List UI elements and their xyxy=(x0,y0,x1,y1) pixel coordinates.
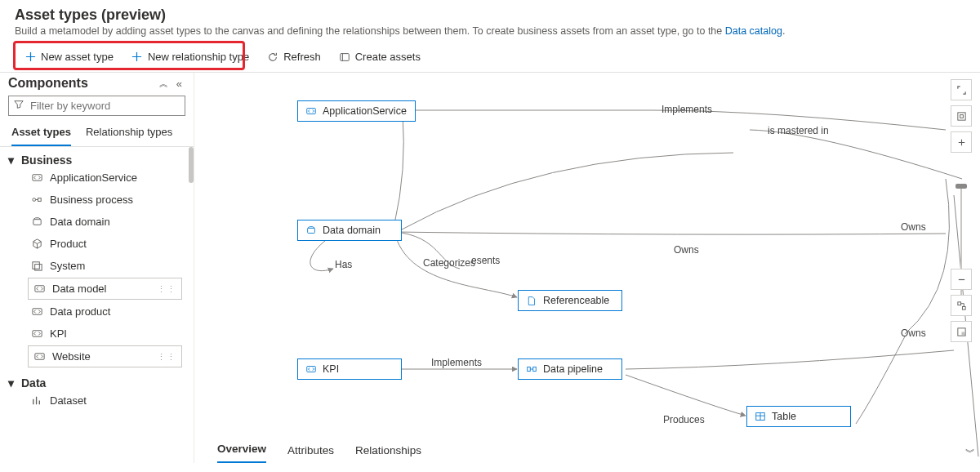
svg-rect-19 xyxy=(957,301,960,305)
sidebar-item-dataset[interactable]: Dataset xyxy=(8,390,194,412)
filter-input[interactable] xyxy=(29,99,180,113)
sidebar-item-website[interactable]: Website ⋮⋮ xyxy=(28,345,182,367)
svg-rect-4 xyxy=(33,220,41,225)
subtitle-tail: . xyxy=(782,25,785,37)
svg-rect-15 xyxy=(532,367,536,371)
zoom-slider-thumb[interactable] xyxy=(956,184,967,189)
refresh-button[interactable]: Refresh xyxy=(259,47,329,67)
domain-icon xyxy=(31,216,43,228)
node-referenceable[interactable]: Referenceable xyxy=(518,290,622,311)
cube-brackets-icon xyxy=(33,283,46,295)
sidebar-item-product[interactable]: Product xyxy=(8,233,194,255)
side-tabs: Asset types Relationship types xyxy=(0,121,194,147)
node-data-pipeline[interactable]: Data pipeline xyxy=(518,358,622,380)
edge-label-categorizes: Categorizes xyxy=(421,257,477,269)
node-application-service[interactable]: ApplicationService xyxy=(297,100,416,122)
subtitle-text: Build a metamodel by adding asset types … xyxy=(15,25,725,37)
tab-attributes[interactable]: Attributes xyxy=(287,444,334,463)
expand-chevron-icon[interactable]: ︾ xyxy=(965,446,975,460)
svg-rect-22 xyxy=(961,332,964,335)
item-label: ApplicationService xyxy=(50,171,137,184)
tab-asset-types[interactable]: Asset types xyxy=(11,121,71,146)
fit-button[interactable] xyxy=(951,105,972,127)
page-subtitle: Build a metamodel by adding asset types … xyxy=(15,25,965,37)
chart-icon xyxy=(31,394,43,407)
tab-relationship-types[interactable]: Relationship types xyxy=(86,121,172,146)
item-label: Data product xyxy=(50,305,110,318)
process-icon xyxy=(31,194,43,206)
group-business[interactable]: ▾ Business xyxy=(8,154,194,167)
item-label: Data domain xyxy=(50,216,110,228)
sidebar-item-kpi[interactable]: KPI xyxy=(8,323,194,345)
new-relationship-type-button[interactable]: New relationship type xyxy=(123,47,257,67)
sidebar-item-applicationservice[interactable]: ApplicationService xyxy=(8,167,194,189)
drag-handle-icon[interactable]: ⋮⋮ xyxy=(157,283,176,294)
sidebar-item-business-process[interactable]: Business process xyxy=(8,189,194,211)
node-label: ApplicationService xyxy=(323,105,407,117)
layout-button[interactable] xyxy=(951,295,972,316)
svg-rect-20 xyxy=(962,306,965,309)
fullscreen-button[interactable] xyxy=(951,79,972,100)
svg-rect-18 xyxy=(960,114,963,118)
edges-layer xyxy=(194,73,980,463)
new-relationship-type-label: New relationship type xyxy=(148,51,249,63)
page-title: Asset types (preview) xyxy=(15,7,965,24)
filter-icon xyxy=(14,100,24,112)
node-label: Table xyxy=(772,411,796,422)
item-label: Product xyxy=(50,238,87,250)
caret-down-icon: ▾ xyxy=(8,154,16,167)
cube-brackets-icon xyxy=(31,171,43,184)
sidebar-item-system[interactable]: System xyxy=(8,255,194,277)
zoom-in-button[interactable] xyxy=(951,131,972,153)
node-kpi[interactable]: KPI xyxy=(297,358,402,380)
create-assets-button[interactable]: Create assets xyxy=(331,47,429,67)
item-label: KPI xyxy=(50,327,67,340)
sidebar-item-data-domain[interactable]: Data domain xyxy=(8,211,194,233)
edge-label-owns: Owns xyxy=(899,221,928,233)
edge-label-implements-mid: Implements xyxy=(430,357,483,368)
tree-scroll: ▾ Business ApplicationService Business p… xyxy=(0,147,194,456)
sidebar-item-data-product[interactable]: Data product xyxy=(8,301,194,323)
layers-icon xyxy=(31,260,43,272)
cube-brackets-icon xyxy=(305,105,317,118)
edge-label-owns-2: Owns xyxy=(672,244,701,256)
node-table[interactable]: Table xyxy=(746,406,851,427)
group-data-label: Data xyxy=(21,376,46,390)
drag-handle-icon[interactable]: ⋮⋮ xyxy=(157,351,176,362)
node-label: Data domain xyxy=(323,225,381,236)
new-asset-type-label: New asset type xyxy=(41,51,114,63)
table-icon xyxy=(754,411,766,423)
item-label: System xyxy=(50,260,85,272)
svg-rect-5 xyxy=(33,262,39,269)
plus-icon xyxy=(24,51,36,63)
item-label: Business process xyxy=(50,194,133,206)
svg-rect-3 xyxy=(38,198,41,202)
filter-input-wrap[interactable] xyxy=(8,96,185,116)
node-data-domain[interactable]: Data domain xyxy=(297,220,402,241)
edge-label-produces: Produces xyxy=(662,414,706,425)
data-catalog-link[interactable]: Data catalog xyxy=(725,25,782,37)
zoom-out-button[interactable] xyxy=(951,269,972,290)
svg-rect-14 xyxy=(527,367,530,371)
sidebar-item-data-model[interactable]: Data model ⋮⋮ xyxy=(28,278,182,300)
command-bar: New asset type New relationship type Ref… xyxy=(0,43,980,73)
group-data[interactable]: ▾ Data xyxy=(8,376,194,390)
document-icon xyxy=(525,295,537,307)
cube-brackets-icon xyxy=(31,327,43,340)
item-label: Data model xyxy=(52,283,106,295)
node-label: Data pipeline xyxy=(543,363,603,375)
plus-icon xyxy=(131,51,143,63)
metamodel-canvas[interactable]: ApplicationService Data domain Reference… xyxy=(194,73,980,463)
edge-label-implements: Implements xyxy=(660,104,714,115)
chevron-up-double-icon[interactable]: ︽ xyxy=(159,78,168,90)
collapse-chevron-icon[interactable]: « xyxy=(176,78,182,90)
tab-overview[interactable]: Overview xyxy=(217,443,266,463)
tab-relationships[interactable]: Relationships xyxy=(355,444,421,463)
detail-tabs: Overview Attributes Relationships xyxy=(217,435,421,463)
edge-label-has: Has xyxy=(333,259,354,270)
item-label: Website xyxy=(52,350,91,363)
components-panel: Components ︽ « Asset types Relationship … xyxy=(0,73,194,463)
create-assets-label: Create assets xyxy=(355,51,421,63)
minimap-button[interactable] xyxy=(951,321,972,342)
new-asset-type-button[interactable]: New asset type xyxy=(16,47,122,67)
